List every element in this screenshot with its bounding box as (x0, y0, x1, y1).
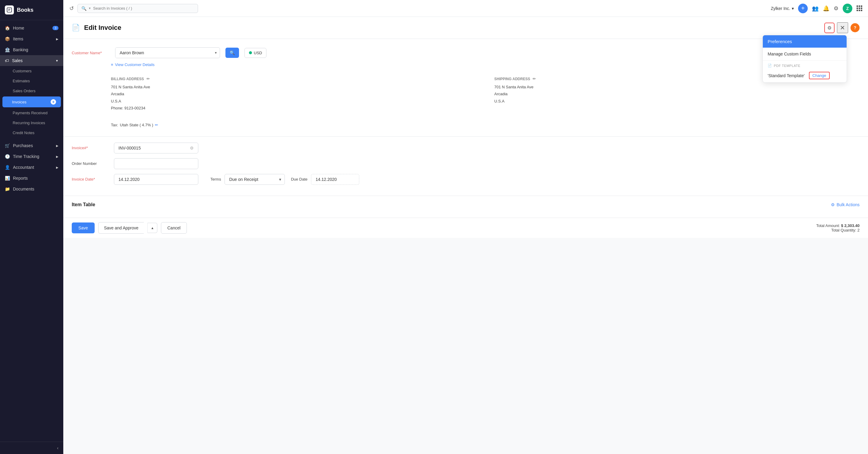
refresh-icon[interactable]: ↺ (69, 5, 74, 12)
total-amount-row: Total Amount: $ 2,303.40 (816, 223, 860, 228)
items-arrow: ▶ (56, 37, 59, 41)
save-button[interactable]: Save (72, 222, 95, 233)
sidebar-item-label: Purchases (13, 143, 33, 148)
shipping-address-edit-icon[interactable]: ✏ (532, 77, 536, 81)
sidebar-item-customers[interactable]: Customers (0, 66, 63, 76)
invoice-number-input-wrapper: ⚙ (114, 143, 198, 153)
billing-address-text: 701 N Santa Anita Ave Arcadia U.S.A Phon… (111, 84, 476, 112)
sidebar-item-banking[interactable]: 🏦 Banking (0, 44, 63, 55)
home-icon: 🏠 (5, 26, 10, 30)
notifications-icon[interactable]: 🔔 (823, 5, 830, 12)
sidebar-item-home[interactable]: 🏠 Home 3 (0, 23, 63, 33)
order-number-input[interactable] (119, 161, 194, 166)
tax-label: Tax: (111, 123, 118, 127)
pdf-icon: 📄 (768, 64, 772, 67)
page-content: 📄 Edit Invoice ⚙ ✕ ? Preferences Manage … (63, 17, 868, 454)
bulk-actions-label: Bulk Actions (837, 202, 860, 207)
sidebar-item-documents[interactable]: 📁 Documents (0, 184, 63, 194)
change-template-button[interactable]: Change (809, 72, 830, 79)
accountant-arrow: ▶ (56, 166, 59, 169)
cancel-button[interactable]: Cancel (161, 222, 187, 234)
help-button[interactable]: ? (850, 23, 860, 32)
settings-icon[interactable]: ⚙ (834, 5, 838, 12)
app-name: Books (17, 7, 33, 13)
apps-grid-icon[interactable] (857, 5, 862, 11)
customer-select[interactable]: Aaron Brown (116, 48, 212, 58)
sidebar-item-sales[interactable]: 🏷 Sales ▼ (0, 55, 63, 66)
sidebar-item-items[interactable]: 📦 Items ▶ (0, 33, 63, 44)
total-quantity-label: Total Quantity: (831, 228, 856, 233)
sidebar-item-time-tracking[interactable]: 🕐 Time Tracking ▶ (0, 151, 63, 162)
main-content: ↺ 🔍 ▾ Zylker Inc. ▾ + 👥 🔔 ⚙ Z (63, 0, 868, 454)
save-and-approve-button[interactable]: Save and Approve (98, 222, 144, 234)
avatar[interactable]: Z (843, 4, 852, 13)
search-box[interactable]: 🔍 ▾ (78, 4, 198, 13)
sidebar-item-credit-notes[interactable]: Credit Notes (0, 128, 63, 138)
invoices-label: Invoices (12, 100, 27, 104)
terms-select[interactable]: Due on Receipt (224, 174, 285, 185)
item-table-title: Item Table (72, 202, 95, 207)
billing-address-edit-icon[interactable]: ✏ (147, 77, 150, 81)
shipping-address-title-text: SHIPPING ADDRESS (494, 77, 530, 81)
add-new-button[interactable]: + (798, 4, 808, 13)
view-customer-text: View Customer Details (115, 62, 155, 67)
totals: Total Amount: $ 2,303.40 Total Quantity:… (816, 223, 860, 233)
customer-search-button[interactable]: 🔍 (225, 48, 239, 58)
shipping-line1: 701 N Santa Anita Ave (494, 84, 860, 90)
list-icon: ≡ (111, 62, 113, 67)
bulk-actions-button[interactable]: ⚙ Bulk Actions (831, 202, 860, 207)
sidebar-item-label: Items (13, 36, 23, 41)
sidebar-item-accountant[interactable]: 👤 Accountant ▶ (0, 162, 63, 173)
item-table-header: Item Table ⚙ Bulk Actions (72, 202, 860, 207)
company-selector[interactable]: Zylker Inc. ▾ (771, 6, 794, 11)
invoices-plus-icon[interactable]: + (51, 99, 56, 104)
pdf-template-label: PDF TEMPLATE (774, 64, 801, 67)
billing-phone: Phone: 9123-00234 (111, 104, 476, 112)
invoice-number-gear-icon[interactable]: ⚙ (190, 146, 194, 150)
sidebar-item-payments-received[interactable]: Payments Received (0, 108, 63, 118)
contacts-icon[interactable]: 👥 (812, 5, 818, 12)
sidebar-item-purchases[interactable]: 🛒 Purchases ▶ (0, 140, 63, 151)
manage-custom-fields-item[interactable]: Manage Custom Fields (763, 48, 846, 61)
search-input[interactable] (93, 6, 194, 10)
documents-icon: 📁 (5, 187, 10, 191)
customer-name-label: Customer Name* (72, 51, 111, 55)
invoice-date-row: Invoice Date* Terms Due on Receipt Due D… (72, 174, 860, 185)
invoice-date-label: Invoice Date* (72, 177, 108, 181)
billing-line3: U.S.A (111, 98, 476, 104)
billing-line2: Arcadia (111, 90, 476, 97)
total-quantity-row: Total Quantity: 2 (816, 228, 860, 233)
sidebar-item-label: Documents (13, 187, 34, 191)
address-section: BILLING ADDRESS ✏ 701 N Santa Anita Ave … (111, 72, 860, 117)
sales-arrow: ▼ (56, 59, 59, 62)
billing-address-col: BILLING ADDRESS ✏ 701 N Santa Anita Ave … (111, 77, 476, 112)
due-date-input[interactable] (311, 174, 359, 185)
search-icon: 🔍 (82, 6, 87, 11)
sidebar-item-estimates[interactable]: Estimates (0, 76, 63, 86)
billing-line1: 701 N Santa Anita Ave (111, 84, 476, 90)
sidebar-item-label: Sales (12, 58, 23, 63)
tax-edit-icon[interactable]: ✏ (155, 123, 158, 127)
preferences-gear-button[interactable]: ⚙ (824, 23, 835, 33)
time-tracking-arrow: ▶ (56, 155, 59, 158)
purchases-icon: 🛒 (5, 143, 10, 148)
sidebar-item-recurring-invoices[interactable]: Recurring Invoices (0, 118, 63, 128)
sidebar-collapse-button[interactable]: ‹ (0, 442, 63, 454)
save-approve-dropdown-button[interactable]: ▲ (147, 223, 157, 233)
sidebar-item-invoices[interactable]: Invoices + (2, 96, 61, 107)
currency-button[interactable]: USD (244, 48, 267, 58)
purchases-arrow: ▶ (56, 144, 59, 147)
preferences-panel: Preferences Manage Custom Fields 📄 PDF T… (763, 35, 847, 83)
close-button[interactable]: ✕ (837, 22, 848, 33)
order-number-label: Order Number (72, 161, 108, 166)
order-number-input-wrapper (114, 158, 198, 169)
search-dropdown-icon[interactable]: ▾ (89, 6, 91, 10)
total-quantity-value: 2 (858, 228, 860, 233)
sidebar-item-reports[interactable]: 📊 Reports (0, 173, 63, 184)
bulk-actions-gear-icon: ⚙ (831, 202, 835, 207)
invoice-date-input[interactable] (119, 177, 194, 182)
invoice-number-input[interactable] (119, 146, 190, 150)
view-customer-details-link[interactable]: ≡ View Customer Details (111, 62, 860, 67)
sidebar-item-sales-orders[interactable]: Sales Orders (0, 86, 63, 96)
sidebar-item-label: Accountant (13, 165, 34, 170)
